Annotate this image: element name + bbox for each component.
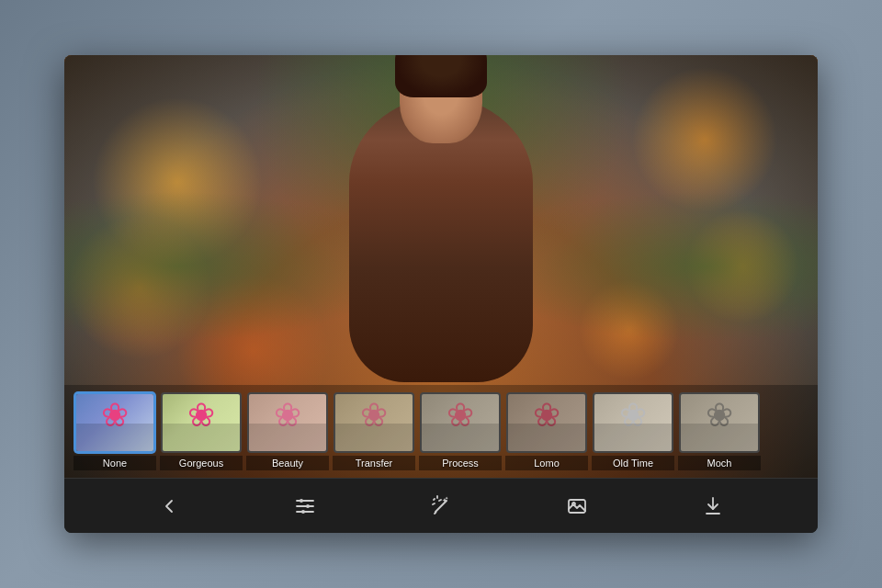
svg-line-8 bbox=[434, 499, 435, 500]
filter-thumb-lomo bbox=[506, 392, 587, 453]
save-icon bbox=[702, 495, 724, 517]
magic-icon: ✦ ✦ bbox=[430, 495, 452, 517]
filter-item-process[interactable]: Process bbox=[419, 392, 502, 470]
filter-thumb-gorgeous bbox=[161, 392, 242, 453]
filter-item-transfer[interactable]: Transfer bbox=[333, 392, 415, 470]
flower-lomo bbox=[508, 394, 585, 451]
main-image-area: None Gorgeous Beauty bbox=[64, 55, 818, 478]
svg-line-10 bbox=[439, 500, 441, 501]
filter-label-transfer: Transfer bbox=[333, 456, 415, 470]
filter-thumb-moch bbox=[679, 392, 760, 453]
svg-point-4 bbox=[306, 504, 310, 508]
magic-button[interactable]: ✦ ✦ bbox=[421, 486, 461, 526]
filter-label-lomo: Lomo bbox=[505, 456, 588, 470]
filter-strip-overlay: None Gorgeous Beauty bbox=[64, 385, 818, 478]
filter-item-oldtime[interactable]: Old Time bbox=[592, 392, 674, 470]
filter-label-gorgeous: Gorgeous bbox=[160, 456, 243, 470]
filter-label-oldtime: Old Time bbox=[592, 456, 674, 470]
filter-thumb-transfer bbox=[334, 392, 414, 453]
svg-point-5 bbox=[301, 510, 305, 514]
flower-none bbox=[76, 394, 153, 451]
flower-transfer bbox=[335, 394, 413, 451]
filter-thumb-process bbox=[420, 392, 501, 453]
back-button[interactable] bbox=[149, 486, 189, 526]
filter-thumb-oldtime bbox=[593, 392, 673, 453]
svg-text:✦: ✦ bbox=[445, 495, 448, 501]
bottom-toolbar: ✦ ✦ bbox=[64, 478, 818, 533]
flower-beauty bbox=[249, 394, 326, 451]
filter-thumb-none bbox=[74, 392, 155, 453]
filter-label-beauty: Beauty bbox=[246, 456, 329, 470]
filter-item-lomo[interactable]: Lomo bbox=[505, 392, 588, 470]
filter-label-moch: Moch bbox=[678, 456, 761, 470]
filters-icon bbox=[294, 495, 316, 517]
filter-item-gorgeous[interactable]: Gorgeous bbox=[160, 392, 243, 470]
flower-oldtime bbox=[594, 394, 672, 451]
filter-label-process: Process bbox=[419, 456, 502, 470]
app-container: None Gorgeous Beauty bbox=[64, 55, 818, 533]
flower-process bbox=[422, 394, 499, 451]
filter-strip: None Gorgeous Beauty bbox=[74, 392, 808, 470]
svg-point-3 bbox=[300, 499, 303, 503]
filter-item-moch[interactable]: Moch bbox=[678, 392, 761, 470]
flower-gorgeous bbox=[163, 394, 240, 451]
flower-moch bbox=[681, 394, 758, 451]
gallery-button[interactable] bbox=[557, 486, 597, 526]
person-subject bbox=[349, 97, 533, 382]
save-button[interactable] bbox=[693, 486, 733, 526]
filter-label-none: None bbox=[74, 456, 156, 470]
back-icon bbox=[158, 495, 180, 517]
gallery-icon bbox=[566, 495, 588, 517]
filter-item-beauty[interactable]: Beauty bbox=[246, 392, 329, 470]
svg-line-7 bbox=[435, 512, 436, 514]
filters-button[interactable] bbox=[285, 486, 325, 526]
filter-thumb-beauty bbox=[247, 392, 328, 453]
svg-line-11 bbox=[433, 503, 435, 504]
filter-item-none[interactable]: None bbox=[74, 392, 156, 470]
